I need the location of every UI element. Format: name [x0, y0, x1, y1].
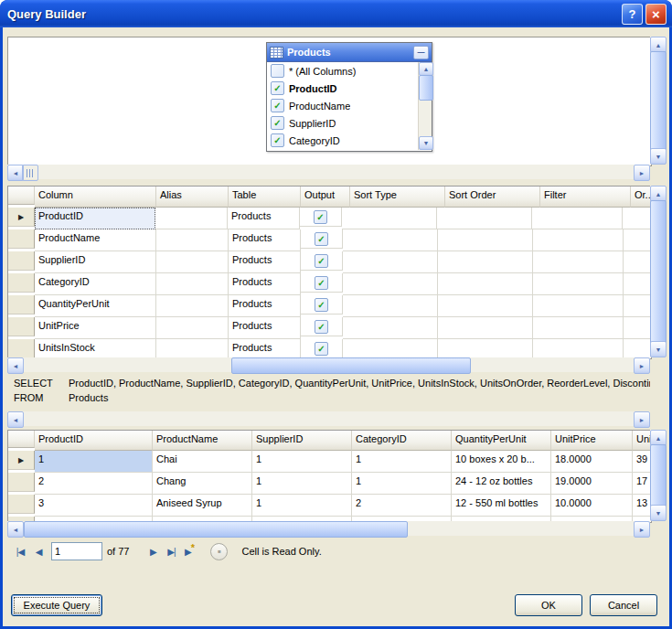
cell-table[interactable]: Products [229, 339, 301, 359]
cell-productid[interactable]: 3 [35, 495, 153, 517]
cell-sort-order[interactable] [438, 251, 533, 273]
stop-query-button[interactable]: ■ [210, 543, 228, 560]
cell-column[interactable]: ProductName [35, 229, 156, 251]
row-selector[interactable] [8, 295, 35, 314]
header-alias[interactable]: Alias [156, 187, 229, 208]
scrollbar-thumb[interactable] [650, 51, 667, 152]
cell-unitsinstock[interactable]: 39 [633, 451, 652, 473]
scroll-left-icon[interactable]: ◄ [7, 411, 24, 428]
record-position-input[interactable] [51, 542, 102, 560]
output-checkbox[interactable]: ✓ [315, 254, 328, 268]
cell-sort-type[interactable] [343, 295, 438, 317]
scrollbar-thumb[interactable] [231, 357, 471, 374]
row-selector[interactable] [8, 251, 35, 271]
list-item-productname[interactable]: ✓ ProductName [267, 97, 418, 114]
cell-output[interactable]: ✓ [301, 317, 343, 336]
table-window-header[interactable]: Products — [267, 43, 432, 62]
criteria-vertical-scrollbar[interactable]: ▲ ▼ [650, 186, 665, 357]
collapse-button[interactable]: — [413, 46, 429, 59]
cell-supplierid[interactable]: 1 [252, 473, 352, 495]
cell-sort-type[interactable] [343, 251, 438, 273]
output-checkbox[interactable]: ✓ [314, 210, 327, 224]
scroll-down-icon[interactable]: ▼ [650, 341, 667, 357]
results-vertical-scrollbar[interactable]: ▲ ▼ [650, 430, 665, 521]
cell-or[interactable] [624, 229, 652, 251]
cell-unitsinstock[interactable]: 17 [633, 473, 652, 495]
row-selector[interactable] [8, 495, 35, 514]
cell-productname[interactable]: Chai [153, 451, 252, 473]
cell-productid[interactable]: 1 [35, 451, 153, 473]
column-checkbox[interactable]: ✓ [271, 116, 284, 130]
execute-query-button[interactable]: Execute Query [11, 594, 102, 616]
cell-filter[interactable] [533, 295, 624, 317]
cell-alias[interactable] [155, 208, 228, 229]
scroll-right-icon[interactable]: ► [634, 357, 650, 374]
help-button[interactable]: ? [622, 4, 643, 25]
scroll-down-icon[interactable]: ▼ [419, 136, 433, 150]
cell-or[interactable] [623, 208, 652, 229]
cell-table[interactable]: Products [228, 208, 300, 229]
header-unitprice[interactable]: UnitPrice [551, 431, 633, 451]
cell-sort-order[interactable] [438, 273, 533, 295]
cell-filter[interactable] [533, 317, 624, 339]
cell-filter[interactable] [533, 251, 624, 273]
header-sort-order[interactable]: Sort Order [445, 187, 540, 208]
column-checkbox[interactable] [271, 64, 284, 78]
row-selector[interactable]: ▶ [8, 208, 35, 227]
cell-unitprice[interactable]: 19.0000 [551, 473, 633, 495]
cell-alias[interactable] [156, 339, 229, 359]
scroll-up-icon[interactable]: ▲ [419, 62, 433, 76]
header-supplierid[interactable]: SupplierID [252, 431, 352, 451]
cell-column[interactable]: QuantityPerUnit [35, 295, 156, 317]
header-quantityperunit[interactable]: QuantityPerUnit [452, 431, 551, 451]
diagram-pane[interactable]: Products — * (All Columns) ✓ ProductID [7, 37, 652, 166]
cell-supplierid[interactable]: 1 [252, 451, 352, 473]
cell-unitprice[interactable]: 18.0000 [551, 451, 633, 473]
cell-sort-order[interactable] [438, 229, 533, 251]
criteria-horizontal-scrollbar[interactable]: ◄ ► [7, 357, 650, 372]
list-item-productid[interactable]: ✓ ProductID [267, 80, 418, 97]
list-item-categoryid[interactable]: ✓ CategoryID [267, 132, 418, 149]
cell-sort-order[interactable] [438, 295, 533, 317]
close-button[interactable]: × [645, 4, 667, 25]
cell-alias[interactable] [156, 251, 229, 273]
row-selector[interactable] [8, 473, 35, 492]
move-previous-button[interactable]: ◀ [29, 542, 48, 560]
cell-categoryid[interactable]: 2 [352, 495, 452, 517]
move-last-button[interactable]: ▶| [162, 542, 180, 560]
cell-categoryid[interactable]: 1 [352, 473, 452, 495]
cell-sort-order[interactable] [437, 208, 532, 229]
cell-sort-order[interactable] [438, 317, 533, 339]
header-sort-type[interactable]: Sort Type [350, 187, 445, 208]
cell-filter[interactable] [533, 229, 624, 251]
output-checkbox[interactable]: ✓ [315, 232, 328, 246]
cell-unitsinstock[interactable]: 13 [633, 495, 652, 517]
cell-or[interactable] [624, 273, 652, 295]
move-next-button[interactable]: ▶ [144, 542, 162, 560]
row-selector[interactable] [8, 317, 35, 336]
scroll-down-icon[interactable]: ▼ [650, 505, 667, 521]
results-horizontal-scrollbar[interactable]: ◄ ► [7, 521, 650, 536]
cell-output[interactable]: ✓ [301, 295, 343, 314]
diagram-vertical-scrollbar[interactable]: ▲ ▼ [650, 37, 665, 165]
sql-horizontal-scrollbar[interactable]: ◄ ► [7, 411, 650, 426]
cell-output[interactable]: ✓ [301, 251, 343, 271]
cell-filter[interactable] [533, 273, 624, 295]
scroll-right-icon[interactable]: ► [634, 411, 650, 428]
cell-alias[interactable] [156, 295, 229, 317]
pane-splitter-handle[interactable] [22, 165, 38, 181]
cell-sort-order[interactable] [438, 339, 533, 359]
cell-sort-type[interactable] [343, 273, 438, 295]
header-or[interactable]: Or... [631, 187, 652, 208]
scroll-right-icon[interactable]: ► [634, 165, 650, 181]
scrollbar-thumb[interactable] [650, 200, 667, 345]
scrollbar-thumb[interactable] [24, 521, 408, 538]
header-unitsinstock[interactable]: UnitsInStock [633, 431, 652, 451]
cell-supplierid[interactable]: 1 [252, 495, 352, 517]
list-item-supplierid[interactable]: ✓ SupplierID [267, 114, 418, 132]
cell-column[interactable]: UnitPrice [35, 317, 156, 339]
cell-sort-type[interactable] [343, 229, 438, 251]
scrollbar-thumb[interactable] [650, 444, 667, 508]
header-table[interactable]: Table [229, 187, 301, 208]
cell-or[interactable] [624, 339, 652, 359]
